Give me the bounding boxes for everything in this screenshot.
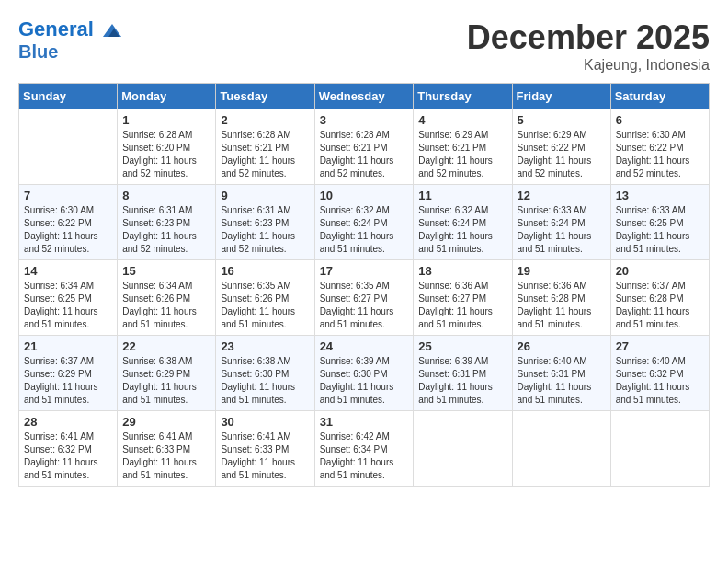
day-number: 2: [221, 113, 309, 127]
day-number: 14: [24, 264, 112, 278]
day-cell: 1Sunrise: 6:28 AMSunset: 6:20 PMDaylight…: [118, 109, 216, 185]
day-info: Sunrise: 6:28 AMSunset: 6:21 PMDaylight:…: [221, 129, 309, 180]
day-number: 16: [221, 264, 309, 278]
day-info: Sunrise: 6:42 AMSunset: 6:34 PMDaylight:…: [320, 431, 409, 482]
day-info: Sunrise: 6:30 AMSunset: 6:22 PMDaylight:…: [24, 204, 112, 256]
day-cell: 4Sunrise: 6:29 AMSunset: 6:21 PMDaylight…: [414, 109, 512, 185]
day-info: Sunrise: 6:41 AMSunset: 6:32 PMDaylight:…: [24, 431, 112, 482]
logo: General Blue: [18, 18, 123, 62]
day-number: 4: [418, 113, 506, 127]
day-cell: 15Sunrise: 6:34 AMSunset: 6:26 PMDayligh…: [118, 260, 216, 336]
day-cell: 29Sunrise: 6:41 AMSunset: 6:33 PMDayligh…: [118, 411, 216, 487]
page-header: General Blue December 2025 Kajeung, Indo…: [18, 18, 710, 74]
day-cell: [512, 411, 610, 487]
week-row-4: 21Sunrise: 6:37 AMSunset: 6:29 PMDayligh…: [19, 336, 710, 411]
day-number: 12: [518, 189, 606, 202]
column-header-friday: Friday: [512, 84, 610, 109]
day-cell: 19Sunrise: 6:36 AMSunset: 6:28 PMDayligh…: [512, 260, 610, 336]
logo-blue-text: Blue: [18, 41, 123, 62]
day-number: 6: [616, 113, 704, 127]
day-cell: 6Sunrise: 6:30 AMSunset: 6:22 PMDaylight…: [610, 109, 709, 185]
day-info: Sunrise: 6:30 AMSunset: 6:22 PMDaylight:…: [616, 129, 704, 180]
title-block: December 2025 Kajeung, Indonesia: [467, 18, 710, 74]
day-number: 24: [320, 339, 409, 353]
day-number: 18: [418, 264, 506, 278]
day-number: 21: [24, 339, 112, 353]
day-info: Sunrise: 6:29 AMSunset: 6:21 PMDaylight:…: [418, 129, 506, 180]
day-cell: 12Sunrise: 6:33 AMSunset: 6:24 PMDayligh…: [512, 185, 610, 260]
calendar-header-row: SundayMondayTuesdayWednesdayThursdayFrid…: [19, 84, 710, 109]
day-cell: [19, 109, 118, 185]
day-cell: 26Sunrise: 6:40 AMSunset: 6:31 PMDayligh…: [512, 336, 610, 411]
day-number: 15: [122, 264, 210, 278]
day-number: 17: [320, 264, 409, 278]
day-info: Sunrise: 6:34 AMSunset: 6:26 PMDaylight:…: [122, 280, 210, 331]
day-cell: 25Sunrise: 6:39 AMSunset: 6:31 PMDayligh…: [414, 336, 512, 411]
day-number: 28: [24, 415, 112, 429]
day-cell: 30Sunrise: 6:41 AMSunset: 6:33 PMDayligh…: [216, 411, 314, 487]
day-number: 23: [221, 339, 309, 353]
location: Kajeung, Indonesia: [467, 57, 710, 74]
day-info: Sunrise: 6:33 AMSunset: 6:24 PMDaylight:…: [518, 204, 606, 256]
day-info: Sunrise: 6:29 AMSunset: 6:22 PMDaylight:…: [518, 129, 606, 180]
day-info: Sunrise: 6:38 AMSunset: 6:30 PMDaylight:…: [221, 355, 309, 407]
day-number: 26: [518, 339, 606, 353]
day-cell: 11Sunrise: 6:32 AMSunset: 6:24 PMDayligh…: [414, 185, 512, 260]
day-number: 1: [122, 113, 210, 127]
month-title: December 2025: [467, 18, 710, 57]
day-cell: 28Sunrise: 6:41 AMSunset: 6:32 PMDayligh…: [19, 411, 118, 487]
day-number: 5: [518, 113, 606, 127]
day-number: 3: [320, 113, 409, 127]
day-cell: 20Sunrise: 6:37 AMSunset: 6:28 PMDayligh…: [610, 260, 709, 336]
day-info: Sunrise: 6:33 AMSunset: 6:25 PMDaylight:…: [616, 204, 704, 256]
column-header-sunday: Sunday: [19, 84, 118, 109]
day-info: Sunrise: 6:41 AMSunset: 6:33 PMDaylight:…: [122, 431, 210, 482]
day-cell: 9Sunrise: 6:31 AMSunset: 6:23 PMDaylight…: [216, 185, 314, 260]
day-number: 13: [616, 189, 704, 202]
logo-text: General: [18, 18, 123, 41]
day-cell: 8Sunrise: 6:31 AMSunset: 6:23 PMDaylight…: [118, 185, 216, 260]
day-info: Sunrise: 6:31 AMSunset: 6:23 PMDaylight:…: [221, 204, 309, 256]
day-info: Sunrise: 6:31 AMSunset: 6:23 PMDaylight:…: [122, 204, 210, 256]
day-cell: 17Sunrise: 6:35 AMSunset: 6:27 PMDayligh…: [314, 260, 414, 336]
day-number: 30: [221, 415, 309, 429]
day-info: Sunrise: 6:36 AMSunset: 6:27 PMDaylight:…: [418, 280, 506, 331]
day-cell: 10Sunrise: 6:32 AMSunset: 6:24 PMDayligh…: [314, 185, 414, 260]
day-cell: 7Sunrise: 6:30 AMSunset: 6:22 PMDaylight…: [19, 185, 118, 260]
day-info: Sunrise: 6:35 AMSunset: 6:26 PMDaylight:…: [221, 280, 309, 331]
day-cell: 18Sunrise: 6:36 AMSunset: 6:27 PMDayligh…: [414, 260, 512, 336]
day-number: 7: [24, 189, 112, 202]
day-number: 22: [122, 339, 210, 353]
calendar-table: SundayMondayTuesdayWednesdayThursdayFrid…: [18, 83, 710, 487]
day-cell: 14Sunrise: 6:34 AMSunset: 6:25 PMDayligh…: [19, 260, 118, 336]
column-header-thursday: Thursday: [414, 84, 512, 109]
column-header-monday: Monday: [118, 84, 216, 109]
day-info: Sunrise: 6:39 AMSunset: 6:31 PMDaylight:…: [418, 355, 506, 407]
week-row-3: 14Sunrise: 6:34 AMSunset: 6:25 PMDayligh…: [19, 260, 710, 336]
day-number: 8: [122, 189, 210, 202]
day-info: Sunrise: 6:28 AMSunset: 6:20 PMDaylight:…: [122, 129, 210, 180]
day-info: Sunrise: 6:28 AMSunset: 6:21 PMDaylight:…: [320, 129, 409, 180]
day-number: 11: [418, 189, 506, 202]
day-cell: [610, 411, 709, 487]
day-info: Sunrise: 6:41 AMSunset: 6:33 PMDaylight:…: [221, 431, 309, 482]
day-cell: [414, 411, 512, 487]
day-cell: 2Sunrise: 6:28 AMSunset: 6:21 PMDaylight…: [216, 109, 314, 185]
day-info: Sunrise: 6:39 AMSunset: 6:30 PMDaylight:…: [320, 355, 409, 407]
column-header-wednesday: Wednesday: [314, 84, 414, 109]
day-cell: 16Sunrise: 6:35 AMSunset: 6:26 PMDayligh…: [216, 260, 314, 336]
day-cell: 5Sunrise: 6:29 AMSunset: 6:22 PMDaylight…: [512, 109, 610, 185]
day-info: Sunrise: 6:36 AMSunset: 6:28 PMDaylight:…: [518, 280, 606, 331]
day-info: Sunrise: 6:32 AMSunset: 6:24 PMDaylight:…: [320, 204, 409, 256]
day-cell: 13Sunrise: 6:33 AMSunset: 6:25 PMDayligh…: [610, 185, 709, 260]
day-number: 29: [122, 415, 210, 429]
week-row-2: 7Sunrise: 6:30 AMSunset: 6:22 PMDaylight…: [19, 185, 710, 260]
day-number: 31: [320, 415, 409, 429]
day-cell: 23Sunrise: 6:38 AMSunset: 6:30 PMDayligh…: [216, 336, 314, 411]
day-number: 9: [221, 189, 309, 202]
day-number: 27: [616, 339, 704, 353]
day-cell: 21Sunrise: 6:37 AMSunset: 6:29 PMDayligh…: [19, 336, 118, 411]
day-cell: 22Sunrise: 6:38 AMSunset: 6:29 PMDayligh…: [118, 336, 216, 411]
day-info: Sunrise: 6:40 AMSunset: 6:31 PMDaylight:…: [518, 355, 606, 407]
day-info: Sunrise: 6:40 AMSunset: 6:32 PMDaylight:…: [616, 355, 704, 407]
